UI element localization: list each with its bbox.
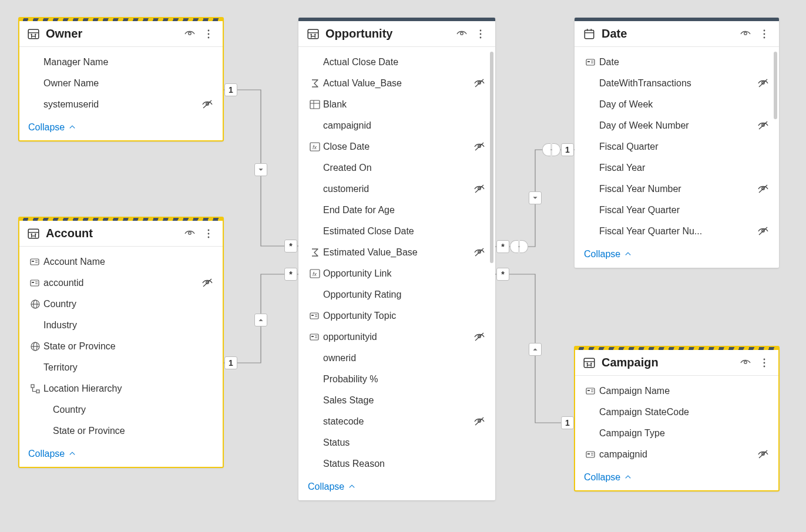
scrollbar[interactable] <box>490 52 493 263</box>
field-row[interactable]: Actual Close Date <box>298 52 495 73</box>
field-row[interactable]: Estimated Close Date <box>298 221 495 242</box>
field-row[interactable]: campaignid <box>298 115 495 136</box>
table-account[interactable]: Account Account Name accountid Country I… <box>19 217 223 467</box>
cardinality-one: 1 <box>561 143 574 156</box>
field-list: Actual Close Date Actual Value_Base Blan… <box>298 47 495 477</box>
field-row[interactable]: campaignid <box>575 444 779 465</box>
field-row[interactable]: Opportunity Link <box>298 263 495 284</box>
field-row[interactable]: Sales Stage <box>298 390 495 411</box>
table-header[interactable]: Date <box>575 21 779 47</box>
table-icon <box>27 28 40 41</box>
field-row[interactable]: Fiscal Year Quarter <box>575 200 779 221</box>
hidden-icon <box>200 99 215 110</box>
visibility-icon[interactable] <box>183 227 196 240</box>
visibility-icon[interactable] <box>739 356 752 369</box>
cardinality-many: * <box>496 240 509 253</box>
field-row[interactable]: Account Name <box>19 251 223 272</box>
field-row[interactable]: Estimated Value_Base <box>298 242 495 263</box>
field-row[interactable]: DateWithTransactions <box>575 73 779 94</box>
field-row[interactable]: Manager Name <box>19 52 223 73</box>
field-row[interactable]: Industry <box>19 315 223 336</box>
field-row[interactable]: opportunityid <box>298 326 495 348</box>
field-row[interactable]: Location Hierarchy <box>19 378 223 399</box>
more-icon[interactable] <box>202 227 215 240</box>
field-row[interactable]: Country <box>19 294 223 315</box>
field-row[interactable]: Fiscal Year <box>575 157 779 179</box>
table-title: Opportunity <box>325 27 449 41</box>
hidden-icon <box>472 416 487 427</box>
field-row[interactable]: Opportunity Topic <box>298 305 495 326</box>
hidden-icon <box>755 449 771 460</box>
field-row[interactable]: End Date for Age <box>298 200 495 221</box>
field-list: Account Name accountid Country Industry … <box>19 247 223 444</box>
table-campaign[interactable]: Campaign Campaign Name Campaign StateCod… <box>575 346 779 491</box>
field-row[interactable]: Fiscal Year Quarter Nu... <box>575 221 779 242</box>
model-canvas[interactable]: Owner Manager Name Owner Name systemuser… <box>0 0 806 532</box>
chevron-up-icon <box>68 450 76 458</box>
hidden-icon <box>755 225 771 237</box>
collapse-button[interactable]: Collapse <box>575 467 779 491</box>
visibility-icon[interactable] <box>739 28 752 41</box>
collapse-button[interactable]: Collapse <box>19 444 223 467</box>
sum-icon <box>307 247 323 258</box>
hidden-icon <box>755 183 771 195</box>
table-header[interactable]: Opportunity <box>298 21 495 47</box>
field-row[interactable]: Status Reason <box>298 453 495 474</box>
hidden-icon <box>200 277 215 289</box>
field-row[interactable]: Blank <box>298 94 495 115</box>
field-row[interactable]: Probability % <box>298 369 495 390</box>
filter-direction-up-icon[interactable] <box>254 314 267 326</box>
scrollbar[interactable] <box>774 52 777 119</box>
field-row[interactable]: State or Province <box>19 420 223 442</box>
field-row[interactable]: ownerid <box>298 348 495 369</box>
collapse-button[interactable]: Collapse <box>298 477 495 500</box>
table-icon <box>307 28 320 41</box>
field-row[interactable]: customerid <box>298 179 495 200</box>
field-row[interactable]: Day of Week <box>575 94 779 115</box>
field-row[interactable]: State or Province <box>19 336 223 357</box>
field-row[interactable]: Owner Name <box>19 73 223 94</box>
hidden-icon <box>472 331 487 343</box>
visibility-icon[interactable] <box>183 28 196 41</box>
more-icon[interactable] <box>474 28 487 41</box>
field-row[interactable]: Campaign Type <box>575 423 779 444</box>
field-list: Manager Name Owner Name systemuserid <box>19 47 223 117</box>
field-row[interactable]: Close Date <box>298 136 495 157</box>
field-row[interactable]: Day of Week Number <box>575 115 779 136</box>
field-row[interactable]: Status <box>298 432 495 453</box>
more-icon[interactable] <box>758 28 771 41</box>
table-date[interactable]: Date Date DateWithTransactions Day of We… <box>575 18 779 268</box>
table-owner[interactable]: Owner Manager Name Owner Name systemuser… <box>19 18 223 141</box>
table-header[interactable]: Owner <box>19 21 223 47</box>
field-row[interactable]: Actual Value_Base <box>298 73 495 94</box>
visibility-icon[interactable] <box>455 28 468 41</box>
more-icon[interactable] <box>202 28 215 41</box>
table-header[interactable]: Campaign <box>575 350 779 376</box>
field-row[interactable]: statecode <box>298 411 495 432</box>
filter-direction-down-icon[interactable] <box>529 191 542 204</box>
filter-direction-up-icon[interactable] <box>529 343 542 356</box>
table-header[interactable]: Account <box>19 221 223 247</box>
field-row[interactable]: Opportunity Rating <box>298 284 495 305</box>
field-row[interactable]: Fiscal Quarter <box>575 136 779 157</box>
hidden-icon <box>755 120 771 132</box>
field-row[interactable]: Created On <box>298 157 495 179</box>
table-icon <box>27 227 40 240</box>
field-row[interactable]: Campaign StateCode <box>575 402 779 423</box>
collapse-button[interactable]: Collapse <box>19 117 223 141</box>
key-icon <box>307 310 323 322</box>
collapse-button[interactable]: Collapse <box>575 244 779 268</box>
cardinality-one: 1 <box>224 356 237 369</box>
filter-direction-down-icon[interactable] <box>254 163 267 176</box>
field-row[interactable]: Country <box>19 399 223 420</box>
table-title: Account <box>46 227 177 240</box>
table-opportunity[interactable]: Opportunity Actual Close Date Actual Val… <box>298 18 495 500</box>
more-icon[interactable] <box>758 356 771 369</box>
field-row[interactable]: Date <box>575 52 779 73</box>
field-row[interactable]: Territory <box>19 357 223 378</box>
field-row[interactable]: Campaign Name <box>575 381 779 402</box>
field-row[interactable]: accountid <box>19 272 223 294</box>
field-row[interactable]: systemuserid <box>19 94 223 115</box>
field-row[interactable]: Fiscal Year Number <box>575 179 779 200</box>
calcfx-icon <box>307 268 323 280</box>
